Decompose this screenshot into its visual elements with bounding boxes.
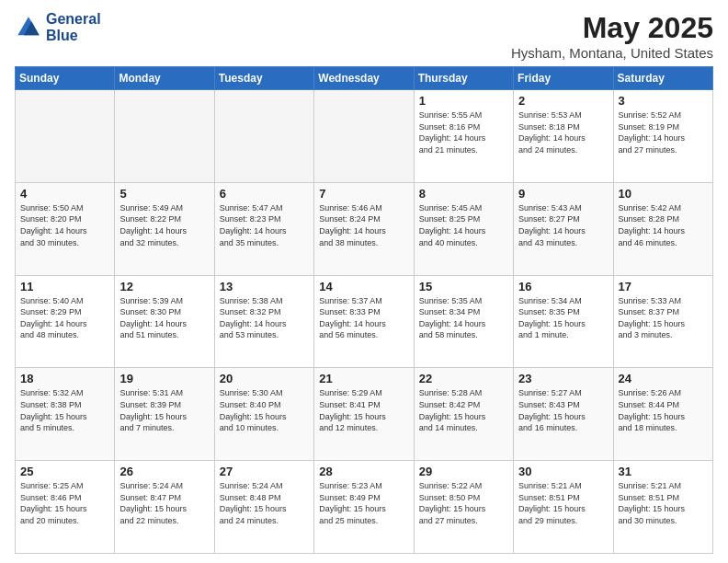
day-info: Sunrise: 5:22 AM Sunset: 8:50 PM Dayligh… xyxy=(419,480,508,526)
day-number: 30 xyxy=(518,465,608,478)
day-number: 20 xyxy=(220,372,309,385)
day-number: 16 xyxy=(518,280,608,293)
subtitle: Hysham, Montana, United States xyxy=(511,45,713,61)
calendar-cell xyxy=(214,90,313,183)
calendar-cell: 4Sunrise: 5:50 AM Sunset: 8:20 PM Daylig… xyxy=(16,182,115,275)
header: General Blue May 2025 Hysham, Montana, U… xyxy=(15,11,713,61)
day-number: 23 xyxy=(518,372,608,385)
logo-icon xyxy=(15,14,42,41)
day-number: 22 xyxy=(419,372,508,385)
day-info: Sunrise: 5:21 AM Sunset: 8:51 PM Dayligh… xyxy=(518,480,608,526)
day-info: Sunrise: 5:24 AM Sunset: 8:47 PM Dayligh… xyxy=(119,480,209,526)
calendar-cell: 23Sunrise: 5:27 AM Sunset: 8:43 PM Dayli… xyxy=(514,368,613,461)
calendar-day-header: Monday xyxy=(115,67,214,90)
day-info: Sunrise: 5:23 AM Sunset: 8:49 PM Dayligh… xyxy=(319,480,408,526)
day-number: 17 xyxy=(619,280,708,293)
day-info: Sunrise: 5:40 AM Sunset: 8:29 PM Dayligh… xyxy=(20,295,109,341)
day-info: Sunrise: 5:30 AM Sunset: 8:40 PM Dayligh… xyxy=(220,387,309,433)
calendar-day-header: Sunday xyxy=(16,67,115,90)
day-info: Sunrise: 5:49 AM Sunset: 8:22 PM Dayligh… xyxy=(119,202,209,248)
calendar-cell xyxy=(314,90,414,183)
calendar-cell: 1Sunrise: 5:55 AM Sunset: 8:16 PM Daylig… xyxy=(414,90,513,183)
calendar-week-row: 18Sunrise: 5:32 AM Sunset: 8:38 PM Dayli… xyxy=(16,368,713,461)
day-number: 15 xyxy=(419,280,508,293)
logo: General Blue xyxy=(15,11,101,43)
calendar-cell: 2Sunrise: 5:53 AM Sunset: 8:18 PM Daylig… xyxy=(514,90,613,183)
day-info: Sunrise: 5:31 AM Sunset: 8:39 PM Dayligh… xyxy=(119,387,209,433)
day-number: 3 xyxy=(619,94,708,108)
day-number: 8 xyxy=(419,187,508,201)
day-info: Sunrise: 5:37 AM Sunset: 8:33 PM Dayligh… xyxy=(319,295,408,341)
calendar-cell: 8Sunrise: 5:45 AM Sunset: 8:25 PM Daylig… xyxy=(414,182,513,275)
day-number: 29 xyxy=(419,465,508,478)
day-number: 31 xyxy=(619,465,708,478)
calendar-cell: 29Sunrise: 5:22 AM Sunset: 8:50 PM Dayli… xyxy=(414,461,513,554)
day-info: Sunrise: 5:46 AM Sunset: 8:24 PM Dayligh… xyxy=(319,202,408,248)
day-number: 25 xyxy=(20,465,109,478)
day-info: Sunrise: 5:27 AM Sunset: 8:43 PM Dayligh… xyxy=(518,387,608,433)
calendar-cell xyxy=(115,90,214,183)
day-info: Sunrise: 5:43 AM Sunset: 8:27 PM Dayligh… xyxy=(518,202,608,248)
calendar-week-row: 4Sunrise: 5:50 AM Sunset: 8:20 PM Daylig… xyxy=(16,182,713,275)
calendar-week-row: 1Sunrise: 5:55 AM Sunset: 8:16 PM Daylig… xyxy=(16,90,713,183)
day-info: Sunrise: 5:45 AM Sunset: 8:25 PM Dayligh… xyxy=(419,202,508,248)
day-number: 27 xyxy=(220,465,309,478)
calendar-cell: 7Sunrise: 5:46 AM Sunset: 8:24 PM Daylig… xyxy=(314,182,414,275)
calendar-cell: 10Sunrise: 5:42 AM Sunset: 8:28 PM Dayli… xyxy=(613,182,712,275)
calendar-week-row: 11Sunrise: 5:40 AM Sunset: 8:29 PM Dayli… xyxy=(16,275,713,368)
calendar-cell: 3Sunrise: 5:52 AM Sunset: 8:19 PM Daylig… xyxy=(613,90,712,183)
day-number: 21 xyxy=(319,372,408,385)
calendar-cell: 15Sunrise: 5:35 AM Sunset: 8:34 PM Dayli… xyxy=(414,275,513,368)
day-info: Sunrise: 5:50 AM Sunset: 8:20 PM Dayligh… xyxy=(20,202,109,248)
day-number: 24 xyxy=(619,372,708,385)
day-info: Sunrise: 5:52 AM Sunset: 8:19 PM Dayligh… xyxy=(619,109,708,155)
calendar-cell: 30Sunrise: 5:21 AM Sunset: 8:51 PM Dayli… xyxy=(514,461,613,554)
day-number: 1 xyxy=(419,94,508,108)
day-info: Sunrise: 5:55 AM Sunset: 8:16 PM Dayligh… xyxy=(419,109,508,155)
calendar-cell: 25Sunrise: 5:25 AM Sunset: 8:46 PM Dayli… xyxy=(16,461,115,554)
calendar-header-row: SundayMondayTuesdayWednesdayThursdayFrid… xyxy=(16,67,713,90)
day-info: Sunrise: 5:47 AM Sunset: 8:23 PM Dayligh… xyxy=(220,202,309,248)
day-number: 11 xyxy=(20,280,109,293)
calendar-cell xyxy=(16,90,115,183)
calendar-day-header: Thursday xyxy=(414,67,513,90)
day-info: Sunrise: 5:28 AM Sunset: 8:42 PM Dayligh… xyxy=(419,387,508,433)
calendar-cell: 31Sunrise: 5:21 AM Sunset: 8:51 PM Dayli… xyxy=(613,461,712,554)
calendar-cell: 11Sunrise: 5:40 AM Sunset: 8:29 PM Dayli… xyxy=(16,275,115,368)
calendar-day-header: Wednesday xyxy=(314,67,414,90)
page: General Blue May 2025 Hysham, Montana, U… xyxy=(0,0,728,563)
day-number: 4 xyxy=(20,187,109,201)
day-info: Sunrise: 5:29 AM Sunset: 8:41 PM Dayligh… xyxy=(319,387,408,433)
day-info: Sunrise: 5:42 AM Sunset: 8:28 PM Dayligh… xyxy=(619,202,708,248)
day-info: Sunrise: 5:35 AM Sunset: 8:34 PM Dayligh… xyxy=(419,295,508,341)
day-info: Sunrise: 5:26 AM Sunset: 8:44 PM Dayligh… xyxy=(619,387,708,433)
day-number: 18 xyxy=(20,372,109,385)
calendar-cell: 16Sunrise: 5:34 AM Sunset: 8:35 PM Dayli… xyxy=(514,275,613,368)
day-number: 5 xyxy=(119,187,209,201)
calendar-week-row: 25Sunrise: 5:25 AM Sunset: 8:46 PM Dayli… xyxy=(16,461,713,554)
day-info: Sunrise: 5:39 AM Sunset: 8:30 PM Dayligh… xyxy=(119,295,209,341)
day-info: Sunrise: 5:25 AM Sunset: 8:46 PM Dayligh… xyxy=(20,480,109,526)
day-info: Sunrise: 5:38 AM Sunset: 8:32 PM Dayligh… xyxy=(220,295,309,341)
calendar-body: 1Sunrise: 5:55 AM Sunset: 8:16 PM Daylig… xyxy=(16,90,713,554)
day-number: 7 xyxy=(319,187,408,201)
calendar-cell: 20Sunrise: 5:30 AM Sunset: 8:40 PM Dayli… xyxy=(214,368,313,461)
main-title: May 2025 xyxy=(511,11,713,45)
calendar-cell: 26Sunrise: 5:24 AM Sunset: 8:47 PM Dayli… xyxy=(115,461,214,554)
calendar-day-header: Friday xyxy=(514,67,613,90)
calendar-cell: 13Sunrise: 5:38 AM Sunset: 8:32 PM Dayli… xyxy=(214,275,313,368)
day-number: 12 xyxy=(119,280,209,293)
day-number: 19 xyxy=(119,372,209,385)
calendar-cell: 19Sunrise: 5:31 AM Sunset: 8:39 PM Dayli… xyxy=(115,368,214,461)
calendar-cell: 28Sunrise: 5:23 AM Sunset: 8:49 PM Dayli… xyxy=(314,461,414,554)
day-info: Sunrise: 5:34 AM Sunset: 8:35 PM Dayligh… xyxy=(518,295,608,341)
calendar-cell: 27Sunrise: 5:24 AM Sunset: 8:48 PM Dayli… xyxy=(214,461,313,554)
title-block: May 2025 Hysham, Montana, United States xyxy=(511,11,713,61)
day-info: Sunrise: 5:24 AM Sunset: 8:48 PM Dayligh… xyxy=(220,480,309,526)
calendar-cell: 24Sunrise: 5:26 AM Sunset: 8:44 PM Dayli… xyxy=(613,368,712,461)
calendar-cell: 22Sunrise: 5:28 AM Sunset: 8:42 PM Dayli… xyxy=(414,368,513,461)
calendar-table: SundayMondayTuesdayWednesdayThursdayFrid… xyxy=(15,66,713,554)
calendar-cell: 18Sunrise: 5:32 AM Sunset: 8:38 PM Dayli… xyxy=(16,368,115,461)
logo-text: General Blue xyxy=(46,11,101,43)
day-info: Sunrise: 5:32 AM Sunset: 8:38 PM Dayligh… xyxy=(20,387,109,433)
